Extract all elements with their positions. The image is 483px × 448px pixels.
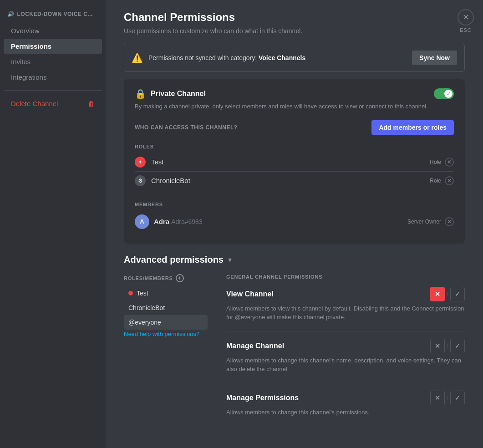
permission-manage-permissions: Manage Permissions ✕ / ✓ Allows members …: [226, 391, 465, 417]
permission-view-channel: View Channel ✕ / ✓ Allows members to vie…: [226, 287, 465, 322]
private-channel-card: 🔒 Private Channel ✓ By making a channel …: [124, 79, 465, 244]
view-channel-deny-button[interactable]: ✕: [430, 287, 445, 301]
manage-permissions-allow-button[interactable]: ✓: [450, 391, 465, 405]
permission-manage-permissions-header: Manage Permissions ✕ / ✓: [226, 391, 465, 405]
advanced-permissions-header: Advanced permissions ▾: [124, 255, 465, 265]
permission-manage-channel-name: Manage Channel: [226, 342, 284, 350]
member-badge-adra: Server Owner: [407, 219, 441, 225]
sidebar: 🔊 LOCKED-DOWN VOICE C... Overview Permis…: [0, 0, 106, 448]
sidebar-item-permissions[interactable]: Permissions: [4, 39, 102, 54]
perm-separator-2: /: [447, 342, 448, 350]
perm-divider-2: [226, 383, 465, 383]
role-icon-test: ✦: [135, 157, 146, 168]
sidebar-item-overview[interactable]: Overview: [4, 23, 102, 38]
private-channel-title-row: 🔒 Private Channel: [135, 88, 206, 99]
advanced-permissions-title: Advanced permissions: [124, 255, 224, 265]
remove-role-chroniclebot-button[interactable]: ✕: [445, 176, 454, 185]
view-channel-allow-button[interactable]: ✓: [450, 287, 465, 301]
help-link[interactable]: Need help with permissions?: [124, 331, 199, 337]
private-channel-description: By making a channel private, only select…: [135, 102, 454, 111]
who-can-access-row: WHO CAN ACCESS THIS CHANNEL? Add members…: [135, 120, 454, 135]
remove-member-adra-button[interactable]: ✕: [445, 217, 454, 226]
private-channel-toggle[interactable]: ✓: [434, 88, 454, 99]
delete-channel-item[interactable]: Delete Channel 🗑: [4, 96, 102, 111]
chevron-down-icon: ▾: [228, 255, 232, 264]
add-members-button[interactable]: Add members or roles: [371, 120, 454, 135]
permission-view-channel-controls: ✕ / ✓: [430, 287, 465, 301]
sidebar-divider: [4, 90, 102, 91]
advanced-permissions-content: ROLES/MEMBERS + Test ChronicleBot @every…: [124, 274, 465, 426]
perm-divider-1: [226, 331, 465, 331]
role-row-test: ✦ Test Role ✕: [135, 153, 454, 172]
remove-role-test-button[interactable]: ✕: [445, 158, 454, 167]
permission-view-channel-desc: Allows members to view this channel by d…: [226, 304, 465, 322]
adv-role-test[interactable]: Test: [124, 286, 208, 300]
sidebar-item-integrations[interactable]: Integrations: [4, 70, 102, 85]
who-can-access-label: WHO CAN ACCESS THIS CHANNEL?: [135, 124, 238, 131]
role-row-chroniclebot: ⚙ ChronicleBot Role ✕: [135, 172, 454, 190]
page-subtitle: Use permissions to customize who can do …: [124, 27, 465, 35]
members-section-label: MEMBERS: [135, 202, 454, 207]
permissions-column: GENERAL CHANNEL PERMISSIONS View Channel…: [215, 274, 465, 426]
manage-channel-deny-button[interactable]: ✕: [430, 339, 445, 353]
roles-members-label: ROLES/MEMBERS +: [124, 274, 208, 282]
sync-now-button[interactable]: Sync Now: [412, 51, 457, 65]
member-name-adra: Adra: [154, 218, 169, 225]
esc-button[interactable]: ✕ ESC: [458, 9, 474, 33]
role-badge-chroniclebot: Role: [430, 178, 441, 184]
permission-view-channel-header: View Channel ✕ / ✓: [226, 287, 465, 301]
manage-permissions-deny-button[interactable]: ✕: [430, 391, 445, 405]
private-channel-header: 🔒 Private Channel ✓: [135, 88, 454, 99]
add-role-member-button[interactable]: +: [176, 274, 184, 282]
trash-icon: 🗑: [88, 100, 95, 107]
member-row-adra: A Adra Adra#6983 Server Owner ✕: [135, 211, 454, 233]
esc-circle: ✕: [458, 9, 474, 25]
permission-manage-permissions-desc: Allows members to change this channel's …: [226, 408, 465, 417]
lock-icon: 🔒: [135, 88, 146, 99]
permission-manage-channel: Manage Channel ✕ / ✓ Allows members to c…: [226, 339, 465, 374]
roles-members-divider: [135, 196, 454, 196]
private-channel-title: Private Channel: [151, 90, 206, 98]
permission-manage-channel-controls: ✕ / ✓: [430, 339, 465, 353]
adv-role-everyone[interactable]: @everyone: [124, 315, 208, 330]
sidebar-item-invites[interactable]: Invites: [4, 54, 102, 69]
general-permissions-label: GENERAL CHANNEL PERMISSIONS: [226, 274, 465, 280]
role-name-test: Test: [151, 158, 430, 166]
member-avatar-adra: A: [135, 214, 149, 229]
channel-name: 🔊 LOCKED-DOWN VOICE C...: [0, 7, 106, 23]
speaker-icon: 🔊: [7, 11, 15, 17]
permission-manage-channel-desc: Allows members to change this channel's …: [226, 356, 465, 374]
sync-text: Permissions not synced with category: Vo…: [148, 54, 407, 61]
permission-view-channel-name: View Channel: [226, 290, 274, 298]
page-title: Channel Permissions: [124, 11, 465, 24]
role-icon-chroniclebot: ⚙: [135, 175, 146, 186]
warning-icon: ⚠️: [132, 52, 143, 63]
permission-manage-permissions-controls: ✕ / ✓: [430, 391, 465, 405]
role-badge-test: Role: [430, 159, 441, 165]
perm-separator: /: [447, 290, 448, 298]
permission-manage-channel-header: Manage Channel ✕ / ✓: [226, 339, 465, 353]
roles-members-column: ROLES/MEMBERS + Test ChronicleBot @every…: [124, 274, 215, 426]
member-tag-adra: Adra#6983: [171, 218, 203, 225]
main-content: ✕ ESC Channel Permissions Use permission…: [106, 0, 483, 448]
sync-banner: ⚠️ Permissions not synced with category:…: [124, 44, 465, 72]
permission-manage-permissions-name: Manage Permissions: [226, 394, 299, 402]
perm-separator-3: /: [447, 394, 448, 402]
toggle-knob: ✓: [444, 90, 452, 98]
adv-role-chroniclebot[interactable]: ChronicleBot: [124, 300, 208, 315]
roles-section-label: ROLES: [135, 144, 454, 149]
manage-channel-allow-button[interactable]: ✓: [450, 339, 465, 353]
red-dot-icon: [128, 291, 133, 295]
role-name-chroniclebot: ChronicleBot: [151, 177, 430, 184]
